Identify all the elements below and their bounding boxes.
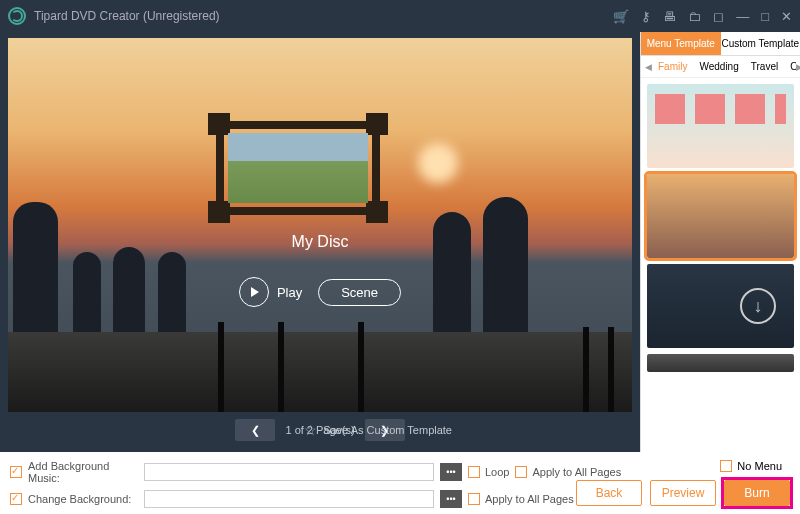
prev-page-button[interactable]: ❮ [235, 419, 275, 441]
template-thumb-2[interactable] [647, 174, 794, 258]
music-checkbox[interactable] [10, 466, 22, 478]
play-icon [239, 277, 269, 307]
video-frame[interactable] [208, 113, 388, 223]
disc-title[interactable]: My Disc [8, 233, 632, 251]
menu-preview: My Disc Play Scene [8, 38, 632, 412]
music-label: Add Background Music: [28, 460, 138, 484]
preview-button[interactable]: Preview [650, 480, 716, 506]
music-apply-label: Apply to All Pages [532, 466, 621, 478]
screen-icon[interactable]: ◻ [713, 9, 724, 24]
key-icon[interactable]: ⚷ [641, 9, 651, 24]
close-icon[interactable]: ✕ [781, 9, 792, 24]
cat-next-icon[interactable]: ▶ [796, 62, 800, 72]
no-menu-label: No Menu [737, 460, 782, 472]
template-thumb-3[interactable]: ↓ [647, 264, 794, 348]
bg-input[interactable] [144, 490, 434, 508]
app-logo [8, 7, 26, 25]
cat-prev-icon[interactable]: ◀ [645, 62, 652, 72]
play-button[interactable]: Play [239, 277, 302, 307]
star-icon: ☆ [304, 422, 317, 438]
folder-icon[interactable]: 🗀 [688, 9, 701, 24]
app-title: Tipard DVD Creator (Unregistered) [34, 9, 613, 23]
music-browse-button[interactable]: ••• [440, 463, 462, 481]
bg-apply-label: Apply to All Pages [485, 493, 574, 505]
cat-wedding[interactable]: Wedding [693, 61, 744, 72]
maximize-icon[interactable]: □ [761, 9, 769, 24]
tab-menu-template[interactable]: Menu Template [641, 32, 721, 55]
cat-other[interactable]: Other [784, 61, 796, 72]
loop-label: Loop [485, 466, 509, 478]
titlebar: Tipard DVD Creator (Unregistered) 🛒 ⚷ 🖶 … [0, 0, 800, 32]
bg-apply-all-checkbox[interactable] [468, 493, 480, 505]
bg-browse-button[interactable]: ••• [440, 490, 462, 508]
back-button[interactable]: Back [576, 480, 642, 506]
pager: ❮ 1 of 2 Page(s) ❯ ☆ Save As Custom Temp… [8, 412, 632, 448]
bg-label: Change Background: [28, 493, 138, 505]
print-icon[interactable]: 🖶 [663, 9, 676, 24]
cat-travel[interactable]: Travel [745, 61, 784, 72]
music-apply-all-checkbox[interactable] [515, 466, 527, 478]
bg-checkbox[interactable] [10, 493, 22, 505]
video-thumbnail [228, 133, 368, 203]
highlight-annotation [721, 477, 793, 509]
loop-checkbox[interactable] [468, 466, 480, 478]
minimize-icon[interactable]: — [736, 9, 749, 24]
download-icon: ↓ [740, 288, 776, 324]
no-menu-checkbox[interactable] [720, 460, 732, 472]
tab-custom-template[interactable]: Custom Template [721, 32, 801, 55]
play-label: Play [277, 285, 302, 300]
cart-icon[interactable]: 🛒 [613, 9, 629, 24]
template-thumb-4[interactable] [647, 354, 794, 372]
music-input[interactable] [144, 463, 434, 481]
scene-button[interactable]: Scene [318, 279, 401, 306]
save-template-button[interactable]: Save As Custom Template [323, 424, 452, 436]
template-thumb-1[interactable] [647, 84, 794, 168]
cat-family[interactable]: Family [652, 61, 693, 72]
